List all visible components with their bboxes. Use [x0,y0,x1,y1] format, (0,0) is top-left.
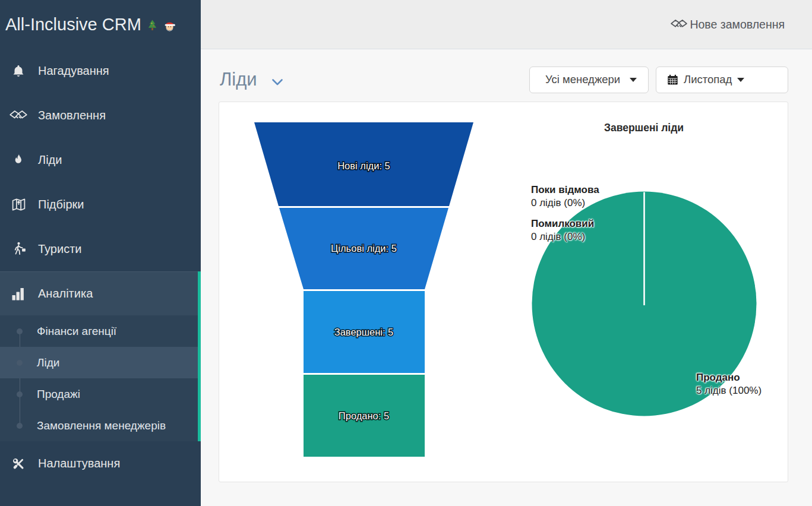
sidebar-submenu: Фінанси агенції Ліди Продажі Замовлення … [0,315,198,441]
tourist-icon [8,241,29,257]
brand-row: All-Inclusive CRM [0,0,201,49]
submenu-item-label: Продажі [37,388,80,401]
managers-dropdown[interactable]: Усі менеджери [529,67,649,93]
submenu-item-label: Замовлення менеджерів [37,419,166,432]
sidebar-item-leads[interactable]: Ліди [0,138,201,182]
sidebar-item-label: Нагадування [38,64,109,78]
funnel-chart: Нові ліди: 5 Цільові ліди: 5 Завершені: … [254,122,474,457]
christmas-tree-icon [147,19,158,32]
main-area: Нове замовлення Ліди Усі менеджери [201,0,812,506]
sidebar-item-orders[interactable]: Замовлення [0,93,201,138]
funnel-label: Завершені: 5 [334,327,394,337]
new-order-label: Нове замовлення [690,18,785,31]
pie-label-value: 0 лідів (0%) [531,230,594,243]
submenu-item-label: Фінанси агенції [37,325,116,338]
caret-down-icon [630,78,637,82]
sidebar-subitem-agency-finances[interactable]: Фінанси агенції [0,315,198,347]
caret-down-icon [737,78,744,82]
bell-icon [8,64,29,78]
sidebar-item-label: Налаштування [38,457,120,470]
month-dropdown[interactable]: Листопад [656,67,788,93]
sidebar-item-analytics[interactable]: Аналітика [0,271,198,315]
handshake-icon [8,109,29,122]
sidebar-item-settings[interactable]: Налаштування [0,441,201,486]
submenu-item-label: Ліди [37,356,59,369]
filters: Усі менеджери [529,67,788,93]
sidebar-active-section: Аналітика Фінанси агенції Ліди Продажі З… [0,271,201,441]
sidebar-item-label: Туристи [38,242,82,256]
pie-chart-title: Завершені ліди [604,122,684,134]
pie-label-name: Помилковий [531,217,594,230]
sidebar-item-label: Замовлення [38,109,106,122]
sidebar-item-tourists[interactable]: Туристи [0,227,201,271]
app-title: All-Inclusive CRM [5,15,141,34]
sidebar-subitem-leads[interactable]: Ліди [0,347,198,378]
page-content: Ліди Усі менеджери [201,49,812,506]
sidebar-item-label: Ліди [38,153,62,167]
handshake-icon [670,18,688,30]
sidebar-subitem-manager-orders[interactable]: Замовлення менеджерів [0,410,198,441]
charts-card: Нові ліди: 5 Цільові ліди: 5 Завершені: … [219,102,788,482]
santa-icon [163,20,176,32]
app-window: All-Inclusive CRM [0,0,812,506]
bar-chart-icon [8,287,29,301]
sidebar-item-selections[interactable]: Підбірки [0,182,201,227]
pie-label-value: 0 лідів (0%) [531,197,599,210]
funnel-label: Продано: 5 [339,410,389,421]
sidebar-item-label: Підбірки [38,198,84,211]
title-wrap: Ліди [219,69,283,90]
sidebar-item-label: Аналітика [38,287,93,301]
chevron-down-icon[interactable] [271,78,283,86]
new-order-button[interactable]: Нове замовлення [670,18,785,31]
map-icon [8,197,29,212]
pie-label-name: Поки відмова [531,184,599,197]
top-header: Нове замовлення [201,0,812,49]
page-title: Ліди [220,69,257,90]
fire-icon [8,153,29,168]
sidebar-subitem-sales[interactable]: Продажі [0,378,198,410]
pie-label-value: 5 лідів (100%) [696,384,762,397]
funnel-label: Нові ліди: 5 [337,160,390,171]
sidebar: All-Inclusive CRM [0,0,201,506]
sidebar-menu: Нагадування Замовлення [0,49,201,486]
calendar-icon [667,74,678,86]
month-dropdown-label: Листопад [684,73,732,86]
pie-label-name: Продано [696,371,762,384]
pie-label-erroneous: Помилковий 0 лідів (0%) [531,217,594,243]
pie-label-sold: Продано 5 лідів (100%) [696,371,762,397]
funnel-label: Цільові ліди: 5 [331,243,397,254]
pie-label-refused: Поки відмова 0 лідів (0%) [531,184,599,209]
sidebar-item-reminders[interactable]: Нагадування [0,49,201,93]
managers-dropdown-label: Усі менеджери [545,73,620,86]
page-head: Ліди Усі менеджери [219,66,788,93]
tools-icon [8,456,29,472]
